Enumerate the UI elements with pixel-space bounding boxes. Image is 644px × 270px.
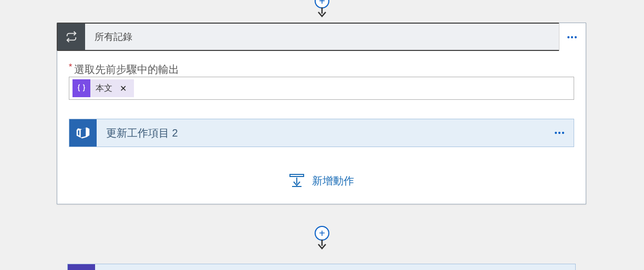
loop-step-menu-button[interactable]: •••	[559, 23, 586, 51]
inner-action-step[interactable]: 更新工作項目 2 •••	[69, 119, 574, 147]
add-step-button-bottom[interactable]: +	[315, 226, 329, 241]
loop-step-body: *選取先前步驟中的輸出 本文 ✕	[57, 51, 586, 204]
flow-canvas: + 所有記錄 ••• *選取先前步驟中的輸出	[0, 0, 644, 270]
azure-devops-icon	[69, 119, 97, 147]
inner-action-menu-button[interactable]: •••	[546, 119, 574, 147]
required-star-icon: *	[69, 63, 72, 71]
inner-action-title: 更新工作項目 2	[97, 119, 546, 147]
arrow-down-icon	[316, 240, 328, 250]
ellipsis-icon: •••	[567, 33, 578, 41]
next-step-card[interactable]	[67, 264, 576, 270]
token-label: 本文	[96, 83, 112, 94]
ellipsis-icon: •••	[555, 129, 566, 137]
loop-step-title: 所有記錄	[85, 24, 559, 50]
add-action-label: 新增動作	[312, 174, 354, 188]
connector-bottom: +	[315, 226, 329, 250]
output-field-label: *選取先前步驟中的輸出	[69, 63, 574, 77]
arrow-down-icon	[316, 7, 328, 18]
add-action-button[interactable]: 新增動作	[69, 173, 574, 188]
token-remove-button[interactable]: ✕	[118, 84, 129, 94]
braces-icon	[72, 79, 90, 97]
output-selection-input[interactable]: 本文 ✕	[69, 77, 574, 100]
loop-step-card: 所有記錄 ••• *選取先前步驟中的輸出 本文 ✕	[57, 23, 586, 204]
loop-icon	[58, 24, 85, 50]
dynamic-content-token[interactable]: 本文 ✕	[72, 79, 134, 97]
insert-step-icon	[289, 173, 305, 188]
loop-step-header[interactable]: 所有記錄 •••	[57, 23, 586, 51]
connector-top: +	[315, 0, 329, 18]
teams-icon	[68, 264, 95, 270]
svg-rect-1	[290, 174, 304, 176]
